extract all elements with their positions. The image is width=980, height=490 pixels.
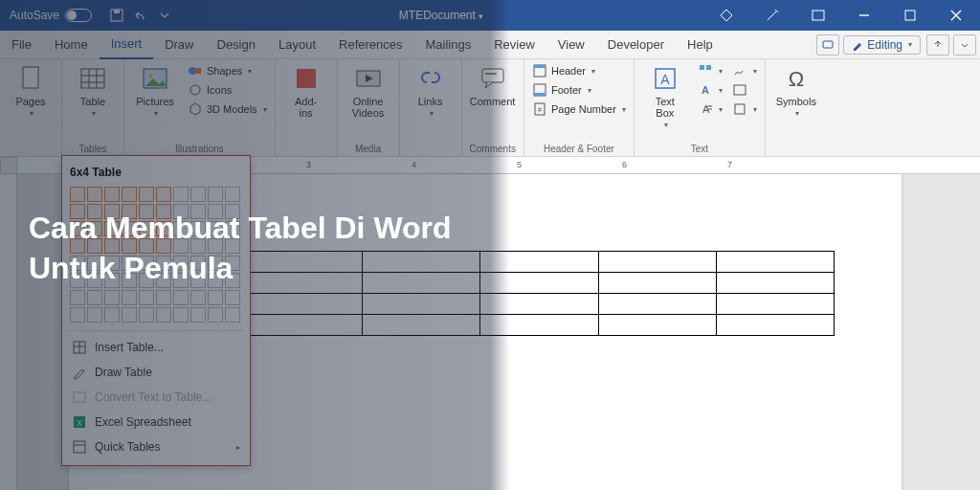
wordart-button[interactable]: A▾ xyxy=(698,82,723,98)
tab-references[interactable]: References xyxy=(327,31,413,59)
grid-cell[interactable] xyxy=(156,187,171,202)
grid-cell[interactable] xyxy=(173,307,189,323)
grid-cell[interactable] xyxy=(190,290,206,305)
minimize-icon[interactable] xyxy=(842,0,886,31)
redo-dropdown-icon[interactable] xyxy=(155,8,170,23)
grid-cell[interactable] xyxy=(139,307,154,323)
tab-layout[interactable]: Layout xyxy=(267,31,327,59)
grid-cell[interactable] xyxy=(156,307,171,323)
table-cell[interactable] xyxy=(716,294,834,315)
grid-cell[interactable] xyxy=(122,307,137,323)
table-cell[interactable] xyxy=(716,315,834,336)
comment-button[interactable]: Comment xyxy=(470,63,516,107)
diamond-icon[interactable] xyxy=(704,0,748,31)
tab-insert[interactable]: Insert xyxy=(100,31,154,59)
tab-design[interactable]: Design xyxy=(206,31,267,59)
maximize-icon[interactable] xyxy=(888,0,932,31)
grid-cell[interactable] xyxy=(70,307,85,323)
table-cell[interactable] xyxy=(245,315,363,336)
draw-table-menu[interactable]: Draw Table xyxy=(68,360,244,385)
pictures-button[interactable]: Pictures▾ xyxy=(132,63,178,118)
grid-cell[interactable] xyxy=(173,290,189,305)
grid-cell[interactable] xyxy=(225,307,240,323)
vertical-ruler[interactable] xyxy=(0,174,17,490)
dropcap-button[interactable]: A▾ xyxy=(698,101,723,117)
tab-home[interactable]: Home xyxy=(43,31,100,59)
grid-cell[interactable] xyxy=(104,187,120,202)
grid-cell[interactable] xyxy=(87,187,102,202)
tab-view[interactable]: View xyxy=(546,31,596,59)
addins-button[interactable]: Add- ins xyxy=(283,63,329,119)
table-cell[interactable] xyxy=(480,252,598,273)
insert-table-menu[interactable]: Insert Table... xyxy=(68,335,244,360)
grid-cell[interactable] xyxy=(139,187,154,202)
symbols-button[interactable]: ΩSymbols▾ xyxy=(773,63,819,118)
object-button[interactable]: ▾ xyxy=(732,101,757,117)
grid-cell[interactable] xyxy=(104,307,120,323)
table-cell[interactable] xyxy=(245,294,363,315)
grid-cell[interactable] xyxy=(190,307,206,323)
document-title[interactable]: MTEDocument ▾ xyxy=(178,9,704,22)
page-number-button[interactable]: #Page Number▾ xyxy=(532,101,626,117)
grid-cell[interactable] xyxy=(225,290,240,305)
table-cell[interactable] xyxy=(716,252,834,273)
quick-tables-menu[interactable]: Quick Tables▸ xyxy=(68,434,244,459)
grid-cell[interactable] xyxy=(87,307,102,323)
grid-cell[interactable] xyxy=(70,290,85,305)
undo-icon[interactable] xyxy=(132,8,147,23)
tab-mailings[interactable]: Mailings xyxy=(414,31,483,59)
grid-cell[interactable] xyxy=(122,290,137,305)
table-cell[interactable] xyxy=(480,315,598,336)
grid-cell[interactable] xyxy=(208,307,223,323)
table-cell[interactable] xyxy=(598,252,716,273)
links-button[interactable]: Links▾ xyxy=(408,63,454,118)
grid-cell[interactable] xyxy=(173,187,189,202)
chevron-down-icon[interactable] xyxy=(953,34,976,56)
tab-review[interactable]: Review xyxy=(482,31,546,59)
models-button[interactable]: 3D Models▾ xyxy=(188,101,267,117)
wand-icon[interactable] xyxy=(750,0,794,31)
tab-selector[interactable] xyxy=(0,157,17,174)
editing-mode[interactable]: Editing▾ xyxy=(843,35,921,55)
quick-parts-button[interactable]: ▾ xyxy=(698,63,723,78)
grid-cell[interactable] xyxy=(70,187,85,202)
footer-button[interactable]: Footer▾ xyxy=(532,82,626,98)
grid-cell[interactable] xyxy=(122,187,137,202)
icons-button[interactable]: Icons xyxy=(188,82,267,98)
signature-button[interactable]: ▾ xyxy=(732,63,757,78)
tab-file[interactable]: File xyxy=(0,31,43,59)
window-icon[interactable] xyxy=(796,0,840,31)
grid-cell[interactable] xyxy=(156,290,171,305)
save-icon[interactable] xyxy=(109,8,124,23)
table-cell[interactable] xyxy=(363,294,480,315)
text-box-button[interactable]: AText Box▾ xyxy=(642,63,688,129)
pages-button[interactable]: Pages▾ xyxy=(8,63,54,118)
table-cell[interactable] xyxy=(363,315,480,336)
tab-help[interactable]: Help xyxy=(676,31,724,59)
table-button[interactable]: Table▾ xyxy=(70,63,116,118)
shapes-button[interactable]: Shapes▾ xyxy=(188,63,267,78)
tab-developer[interactable]: Developer xyxy=(596,31,676,59)
datetime-button[interactable] xyxy=(732,82,757,98)
grid-cell[interactable] xyxy=(104,290,120,305)
autosave-toggle[interactable]: AutoSave xyxy=(0,9,101,22)
table-cell[interactable] xyxy=(598,273,716,294)
table-cell[interactable] xyxy=(598,315,716,336)
grid-cell[interactable] xyxy=(87,290,102,305)
grid-cell[interactable] xyxy=(208,290,223,305)
grid-cell[interactable] xyxy=(139,290,154,305)
close-icon[interactable] xyxy=(934,0,978,31)
share-icon[interactable] xyxy=(926,34,949,56)
table-cell[interactable] xyxy=(480,273,598,294)
table-cell[interactable] xyxy=(598,294,716,315)
excel-spreadsheet-menu[interactable]: XExcel Spreadsheet xyxy=(68,410,244,434)
grid-cell[interactable] xyxy=(225,187,240,202)
table-cell[interactable] xyxy=(480,294,598,315)
grid-cell[interactable] xyxy=(208,187,223,202)
table-cell[interactable] xyxy=(716,273,834,294)
online-videos-button[interactable]: Online Videos xyxy=(345,63,391,119)
grid-cell[interactable] xyxy=(190,187,206,202)
comments-mini-icon[interactable] xyxy=(816,34,839,56)
tab-draw[interactable]: Draw xyxy=(153,31,205,59)
header-button[interactable]: Header▾ xyxy=(532,63,626,78)
